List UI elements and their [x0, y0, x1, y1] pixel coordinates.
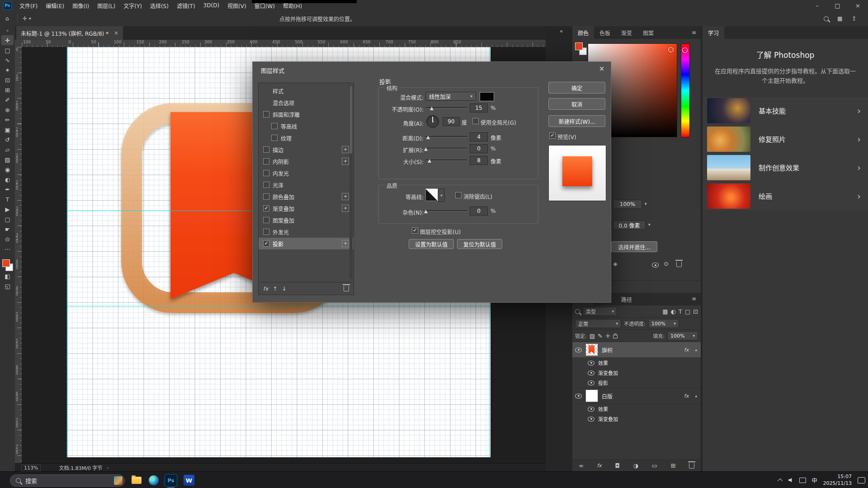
- reset-default-button[interactable]: 复位为默认值: [457, 239, 502, 249]
- add-effect-icon[interactable]: +: [342, 193, 349, 200]
- foreground-color-swatch[interactable]: [2, 259, 10, 267]
- screen-mode-icon[interactable]: ◱: [1, 281, 14, 291]
- hue-slider[interactable]: [681, 43, 690, 137]
- trash-icon[interactable]: [676, 262, 682, 267]
- cancel-button[interactable]: 取消: [548, 98, 605, 110]
- edge-browser-icon[interactable]: [147, 474, 160, 487]
- spread-slider[interactable]: [425, 145, 467, 151]
- tool-icon[interactable]: ∿: [1, 55, 14, 65]
- notification-icon[interactable]: [858, 477, 865, 483]
- learn-item[interactable]: 制作创意效果 ›: [703, 154, 868, 182]
- color-swatches[interactable]: [2, 259, 13, 271]
- fx-badge[interactable]: fx: [684, 393, 689, 399]
- tool-icon[interactable]: ⊡: [1, 75, 14, 85]
- style-list-item[interactable]: 斜面和浮雕 +: [259, 108, 354, 120]
- tool-icon[interactable]: ▨: [1, 155, 14, 164]
- contour-picker-icon[interactable]: ▾: [438, 188, 445, 202]
- adjustment-layer-icon[interactable]: ◑: [633, 462, 638, 469]
- eye-icon[interactable]: [588, 361, 594, 366]
- input-method-indicator[interactable]: 中: [812, 476, 817, 484]
- effect-row[interactable]: 渐变叠加: [572, 368, 701, 378]
- share-icon[interactable]: ↥: [852, 11, 856, 26]
- move-down-icon[interactable]: ↓: [282, 286, 286, 292]
- status-chevron-icon[interactable]: ›: [107, 465, 108, 471]
- tool-icon[interactable]: ✶: [1, 65, 14, 75]
- document-tab[interactable]: 未标题-1 @ 113% (旗帜, RGB/8) * ×: [16, 26, 123, 40]
- learn-item[interactable]: 基本技能 ›: [703, 97, 868, 125]
- style-checkbox[interactable]: [263, 217, 269, 223]
- menu-item[interactable]: 视图(V): [223, 0, 250, 11]
- noise-field[interactable]: 0: [470, 206, 488, 216]
- style-list-item[interactable]: 渐变叠加 +: [259, 202, 354, 214]
- tool-icon[interactable]: □: [1, 45, 14, 55]
- size-field[interactable]: 8: [470, 156, 488, 165]
- tool-icon[interactable]: ◐: [1, 174, 14, 184]
- learn-item[interactable]: 修复照片 ›: [703, 125, 868, 153]
- layer-thumbnail[interactable]: [585, 343, 598, 356]
- quick-mask-icon[interactable]: ◧: [1, 271, 14, 281]
- eye-icon[interactable]: [588, 371, 594, 375]
- antialias-checkbox[interactable]: [455, 192, 462, 198]
- collapse-effects-icon[interactable]: ▴: [695, 347, 697, 352]
- eye-icon[interactable]: [652, 263, 659, 267]
- home-icon[interactable]: ⌂: [5, 11, 9, 26]
- style-checkbox[interactable]: [263, 170, 269, 176]
- feather-field[interactable]: 0.0 像素: [613, 221, 646, 230]
- menu-item[interactable]: 3D(D): [199, 0, 223, 11]
- move-up-icon[interactable]: ↑: [273, 286, 277, 292]
- horizontal-ruler[interactable]: 1005005010015020025030035040045050055060…: [22, 40, 546, 47]
- style-list-item[interactable]: 纹理 +: [259, 132, 354, 144]
- panel-tab[interactable]: 路径: [616, 293, 637, 305]
- style-checkbox[interactable]: [263, 146, 269, 153]
- opacity-field[interactable]: 15: [470, 103, 488, 113]
- taskbar-search[interactable]: 搜索: [10, 474, 125, 487]
- eye-icon[interactable]: [588, 417, 594, 422]
- style-checkbox[interactable]: [271, 123, 278, 129]
- ok-button[interactable]: 确定: [548, 82, 605, 94]
- move-tool-preset-icon[interactable]: ✛ ▾: [23, 11, 31, 26]
- foreground-color-swatch[interactable]: [575, 42, 583, 50]
- vertical-ruler[interactable]: 0501001502002503003504004505005506006507…: [15, 47, 22, 463]
- tool-icon[interactable]: ◉: [1, 164, 14, 174]
- scrollbar[interactable]: [349, 85, 353, 279]
- panel-menu-icon[interactable]: ≡: [687, 26, 701, 39]
- zoom-level-field[interactable]: 113%: [21, 465, 41, 471]
- panel-tab[interactable]: 图案: [637, 26, 659, 39]
- delete-effect-icon[interactable]: [344, 286, 349, 291]
- collapse-panels-icon[interactable]: «: [560, 28, 563, 34]
- fx-icon[interactable]: fx: [263, 286, 268, 292]
- style-list-item[interactable]: 内发光 +: [259, 167, 354, 179]
- menu-item[interactable]: 图像(I): [68, 0, 93, 11]
- search-highlight-image[interactable]: [114, 476, 123, 485]
- style-list-item[interactable]: 投影 +: [259, 238, 354, 249]
- preview-checkbox[interactable]: [549, 132, 556, 139]
- menu-item[interactable]: 滤镜(T): [173, 0, 199, 11]
- style-list-item[interactable]: 图案叠加 +: [259, 214, 354, 226]
- eye-icon[interactable]: [588, 380, 594, 385]
- panel-tab[interactable]: 颜色: [572, 26, 594, 39]
- photoshop-taskbar-icon[interactable]: Ps: [165, 474, 177, 487]
- panel-tab[interactable]: 色板: [594, 26, 616, 39]
- menu-item[interactable]: 文字(Y): [119, 0, 146, 11]
- density-field[interactable]: 100%: [613, 200, 642, 209]
- maximize-button[interactable]: □: [827, 0, 848, 11]
- tool-icon[interactable]: T: [1, 194, 14, 204]
- eye-icon[interactable]: [575, 394, 582, 399]
- tool-icon[interactable]: ☛: [1, 224, 14, 234]
- minimize-button[interactable]: –: [807, 0, 827, 11]
- shadow-color-swatch[interactable]: [480, 92, 494, 101]
- distance-slider[interactable]: [425, 133, 467, 140]
- spread-field[interactable]: 0: [470, 144, 488, 153]
- new-layer-icon[interactable]: ⊞: [670, 462, 675, 469]
- blend-mode-dropdown[interactable]: 线性加深 ▾: [425, 92, 476, 101]
- mask-selection-icon[interactable]: ◈: [613, 260, 618, 267]
- network-icon[interactable]: [799, 478, 806, 483]
- toolbar-collapse-icon[interactable]: »: [6, 28, 9, 35]
- add-effect-icon[interactable]: +: [342, 205, 349, 212]
- style-checkbox[interactable]: [263, 205, 269, 211]
- edit-toolbar-icon[interactable]: ⋯: [1, 244, 14, 254]
- set-default-button[interactable]: 设置为默认值: [409, 239, 454, 249]
- add-effect-icon[interactable]: +: [342, 158, 349, 165]
- tab-close-icon[interactable]: ×: [114, 30, 118, 36]
- menu-item[interactable]: 编辑(E): [42, 0, 68, 11]
